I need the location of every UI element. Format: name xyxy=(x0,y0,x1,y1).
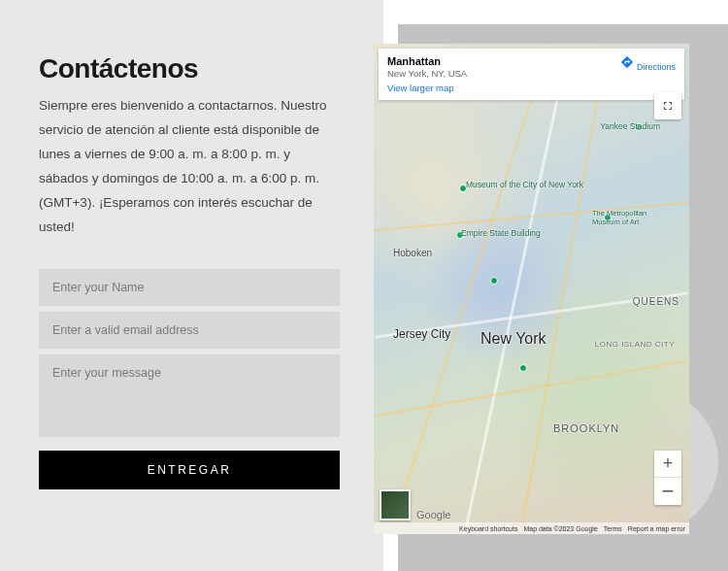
name-input[interactable] xyxy=(39,269,340,306)
map-label-met-museum: The Metropolitan Museum of Art xyxy=(592,209,670,226)
satellite-toggle[interactable] xyxy=(380,489,411,521)
message-input[interactable] xyxy=(39,354,340,437)
map-data-text: Map data ©2023 Google xyxy=(523,525,597,532)
map-label-hoboken: Hoboken xyxy=(393,248,432,258)
directions-label: Directions xyxy=(637,62,676,72)
view-larger-map-link[interactable]: View larger map xyxy=(387,83,467,93)
contact-column: Contáctenos Siempre eres bienvenido a co… xyxy=(39,53,340,489)
map-label-empire-state: Empire State Building xyxy=(461,228,541,238)
map-label-queens: QUEENS xyxy=(633,296,679,307)
report-error-link[interactable]: Report a map error xyxy=(628,525,685,532)
zoom-control: + − xyxy=(654,451,681,505)
fullscreen-button[interactable] xyxy=(654,92,681,119)
map-roads xyxy=(374,44,689,534)
zoom-in-button[interactable]: + xyxy=(654,451,681,478)
map-container[interactable]: New York Jersey City BROOKLYN QUEENS Hob… xyxy=(374,44,689,534)
map-attribution: Keyboard shortcuts Map data ©2023 Google… xyxy=(374,522,689,534)
map-info-title: Manhattan xyxy=(387,55,467,67)
page-title: Contáctenos xyxy=(39,53,340,84)
poi-marker[interactable] xyxy=(490,277,498,285)
zoom-out-button[interactable]: − xyxy=(654,478,681,505)
directions-icon xyxy=(620,55,634,69)
submit-button[interactable]: ENTREGAR xyxy=(39,451,340,489)
terms-link[interactable]: Terms xyxy=(604,525,622,532)
map-label-newyork: New York xyxy=(480,330,546,348)
map-label-museum-city: Museum of the City of New York xyxy=(466,180,583,189)
poi-marker[interactable] xyxy=(519,364,527,372)
map-label-longisland: LONG ISLAND CITY xyxy=(595,340,675,349)
map-info-card: Manhattan New York, NY, USA View larger … xyxy=(379,49,684,100)
keyboard-shortcuts-link[interactable]: Keyboard shortcuts xyxy=(459,525,517,532)
directions-button[interactable]: Directions xyxy=(620,55,676,72)
email-input[interactable] xyxy=(39,312,340,349)
map-label-jerseycity: Jersey City xyxy=(393,327,450,341)
map-info-subtitle: New York, NY, USA xyxy=(387,68,467,79)
google-logo: Google xyxy=(416,509,450,521)
fullscreen-icon xyxy=(661,99,675,113)
map-label-brooklyn: BROOKLYN xyxy=(553,422,619,434)
description-text: Siempre eres bienvenido a contactarnos. … xyxy=(39,94,340,240)
map-label-yankee: Yankee Stadium xyxy=(600,121,660,131)
